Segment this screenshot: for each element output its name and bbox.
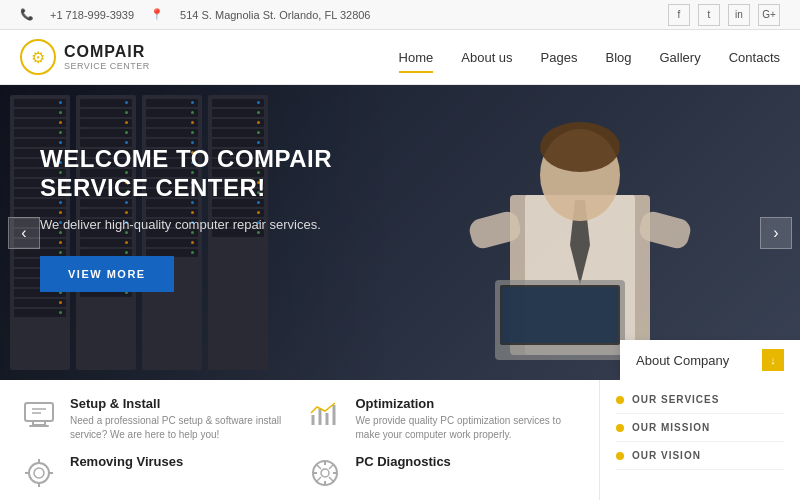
svg-rect-12 — [29, 425, 49, 427]
hero-person — [360, 85, 800, 380]
svg-line-30 — [316, 477, 321, 482]
virus-icon — [20, 454, 58, 492]
top-bar: 📞 +1 718-999-3939 📍 514 S. Magnolia St. … — [0, 0, 800, 30]
about-company-panel[interactable]: About Company ↓ — [620, 340, 800, 380]
sidebar-dot-vision — [616, 452, 624, 460]
svg-rect-10 — [25, 403, 53, 421]
top-bar-left: 📞 +1 718-999-3939 📍 514 S. Magnolia St. … — [20, 8, 371, 21]
social-links: f t in G+ — [668, 4, 780, 26]
sidebar-item-services[interactable]: OUR SERVICES — [616, 394, 784, 414]
svg-point-26 — [321, 469, 329, 477]
nav-link-pages[interactable]: Pages — [541, 46, 578, 69]
sidebar-label-mission: OUR MISSION — [632, 422, 710, 433]
svg-line-29 — [329, 477, 334, 482]
service-optimization: Optimization We provide quality PC optim… — [306, 396, 580, 442]
logo-text: COMPAIR SERVICE CENTER — [64, 43, 150, 71]
nav-links: Home About us Pages Blog Gallery Contact… — [399, 46, 780, 69]
logo-name: COMPAIR — [64, 43, 150, 61]
services-grid: Setup & Install Need a professional PC s… — [0, 380, 600, 500]
hero-content: WELCOME TO COMPAIR SERVICE CENTER! We de… — [40, 145, 360, 292]
diagnostics-icon — [306, 454, 344, 492]
nav-link-blog[interactable]: Blog — [605, 46, 631, 69]
nav-link-about[interactable]: About us — [461, 46, 512, 69]
view-more-button[interactable]: VIEW MORE — [40, 256, 174, 292]
right-sidebar: OUR SERVICES OUR MISSION OUR VISION — [600, 380, 800, 500]
carousel-next-arrow[interactable]: › — [760, 217, 792, 249]
carousel-prev-arrow[interactable]: ‹ — [8, 217, 40, 249]
svg-point-19 — [29, 463, 49, 483]
person-svg — [410, 85, 750, 380]
instagram-icon[interactable]: in — [728, 4, 750, 26]
service-viruses-content: Removing Viruses — [70, 454, 183, 472]
phone-icon: 📞 — [20, 8, 34, 21]
service-diagnostics-title: PC Diagnostics — [356, 454, 451, 469]
setup-icon — [20, 396, 58, 434]
logo: ⚙ COMPAIR SERVICE CENTER — [20, 39, 150, 75]
service-setup: Setup & Install Need a professional PC s… — [20, 396, 294, 442]
phone-number: +1 718-999-3939 — [50, 9, 134, 21]
sidebar-label-vision: OUR VISION — [632, 450, 701, 461]
svg-point-4 — [540, 122, 620, 172]
service-diagnostics: PC Diagnostics — [306, 454, 580, 492]
about-panel-label: About Company — [636, 353, 729, 368]
googleplus-icon[interactable]: G+ — [758, 4, 780, 26]
svg-rect-11 — [33, 421, 45, 425]
optimization-icon — [306, 396, 344, 434]
about-panel-arrow: ↓ — [762, 349, 784, 371]
location-icon: 📍 — [150, 8, 164, 21]
logo-sub: SERVICE CENTER — [64, 61, 150, 71]
service-setup-content: Setup & Install Need a professional PC s… — [70, 396, 294, 442]
sidebar-dot-services — [616, 396, 624, 404]
service-setup-desc: Need a professional PC setup & software … — [70, 414, 294, 442]
sidebar-label-services: OUR SERVICES — [632, 394, 719, 405]
nav-link-home[interactable]: Home — [399, 46, 434, 69]
navbar: ⚙ COMPAIR SERVICE CENTER Home About us P… — [0, 30, 800, 85]
svg-line-27 — [316, 464, 321, 469]
svg-rect-9 — [502, 287, 618, 343]
hero-title: WELCOME TO COMPAIR SERVICE CENTER! — [40, 145, 360, 203]
service-viruses: Removing Viruses — [20, 454, 294, 492]
logo-icon: ⚙ — [20, 39, 56, 75]
sidebar-item-mission[interactable]: OUR MISSION — [616, 414, 784, 442]
svg-point-20 — [34, 468, 44, 478]
service-diagnostics-content: PC Diagnostics — [356, 454, 451, 472]
service-optimization-content: Optimization We provide quality PC optim… — [356, 396, 580, 442]
svg-line-28 — [329, 464, 334, 469]
hero-subtitle: We deliver high-quality computer repair … — [40, 217, 360, 232]
hero-section: WELCOME TO COMPAIR SERVICE CENTER! We de… — [0, 85, 800, 380]
sidebar-dot-mission — [616, 424, 624, 432]
twitter-icon[interactable]: t — [698, 4, 720, 26]
address-text: 514 S. Magnolia St. Orlando, FL 32806 — [180, 9, 370, 21]
service-optimization-desc: We provide quality PC optimization servi… — [356, 414, 580, 442]
sidebar-item-vision[interactable]: OUR VISION — [616, 442, 784, 470]
service-setup-title: Setup & Install — [70, 396, 294, 411]
facebook-icon[interactable]: f — [668, 4, 690, 26]
nav-link-contacts[interactable]: Contacts — [729, 46, 780, 69]
service-optimization-title: Optimization — [356, 396, 580, 411]
service-viruses-title: Removing Viruses — [70, 454, 183, 469]
nav-link-gallery[interactable]: Gallery — [660, 46, 701, 69]
bottom-section: Setup & Install Need a professional PC s… — [0, 380, 800, 500]
